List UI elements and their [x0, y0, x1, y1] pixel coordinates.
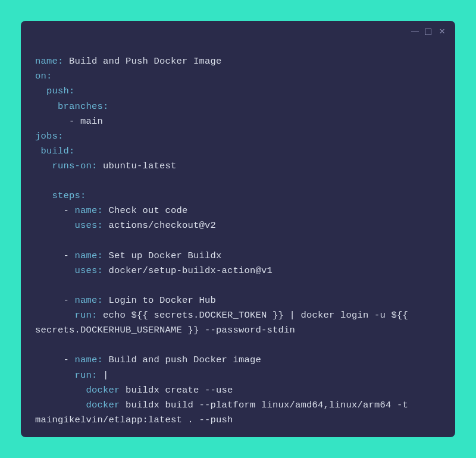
yaml-key: uses: — [75, 220, 104, 231]
yaml-value: Build and Push Docker Image — [64, 56, 222, 67]
yaml-value: Build and push Docker image — [103, 355, 261, 365]
yaml-value: buildx build --platform linux/amd64,linu… — [120, 400, 414, 410]
yaml-key: branches: — [35, 101, 109, 112]
minimize-icon[interactable] — [411, 32, 419, 32]
yaml-pad — [35, 310, 75, 321]
yaml-key: build: — [35, 146, 75, 156]
yaml-key: docker — [86, 385, 120, 396]
yaml-value: buildx create --use — [120, 385, 233, 396]
yaml-value: docker/setup-buildx-action@v1 — [103, 265, 273, 276]
yaml-dash: - — [35, 355, 75, 365]
yaml-value: Login to Docker Hub — [103, 295, 216, 306]
yaml-value: ubuntu-latest — [98, 161, 177, 171]
yaml-key: name: — [75, 205, 104, 216]
yaml-pad — [35, 385, 86, 396]
yaml-key: name: — [75, 355, 104, 365]
yaml-dash: - — [35, 205, 75, 216]
yaml-key: jobs: — [35, 131, 64, 142]
title-bar: × — [21, 21, 455, 42]
yaml-key: uses: — [75, 265, 104, 276]
yaml-pad — [35, 265, 75, 276]
yaml-value: echo ${{ secrets.DOCKER_TOKEN }} | docke… — [98, 310, 414, 321]
yaml-dash: - — [35, 116, 80, 127]
yaml-pad — [35, 370, 75, 381]
yaml-value: maingikelvin/etlapp:latest . --push — [35, 415, 233, 425]
yaml-pad — [35, 400, 86, 410]
yaml-value: Set up Docker Buildx — [103, 250, 222, 261]
close-icon[interactable]: × — [437, 27, 447, 36]
terminal-window: × name: Build and Push Docker Image on: … — [21, 21, 455, 437]
yaml-key: name: — [75, 250, 104, 261]
yaml-key: steps: — [35, 190, 86, 201]
yaml-dash: - — [35, 295, 75, 306]
yaml-value: | — [98, 370, 109, 381]
yaml-value: main — [80, 116, 103, 127]
yaml-key: runs-on: — [35, 161, 98, 171]
yaml-value: actions/checkout@v2 — [103, 220, 216, 231]
yaml-dash: - — [35, 250, 75, 261]
yaml-key: run: — [75, 310, 98, 321]
yaml-value: Check out code — [103, 205, 188, 216]
code-area: name: Build and Push Docker Image on: pu… — [21, 42, 455, 437]
yaml-key: name: — [75, 295, 104, 306]
yaml-pad — [35, 220, 75, 231]
yaml-key: on: — [35, 71, 52, 81]
yaml-key: docker — [86, 400, 120, 410]
yaml-key: run: — [75, 370, 98, 381]
yaml-key: name: — [35, 56, 64, 67]
yaml-key: push: — [35, 86, 75, 96]
yaml-value: secrets.DOCKERHUB_USERNAME }} --password… — [35, 325, 295, 335]
maximize-icon[interactable] — [425, 29, 431, 35]
